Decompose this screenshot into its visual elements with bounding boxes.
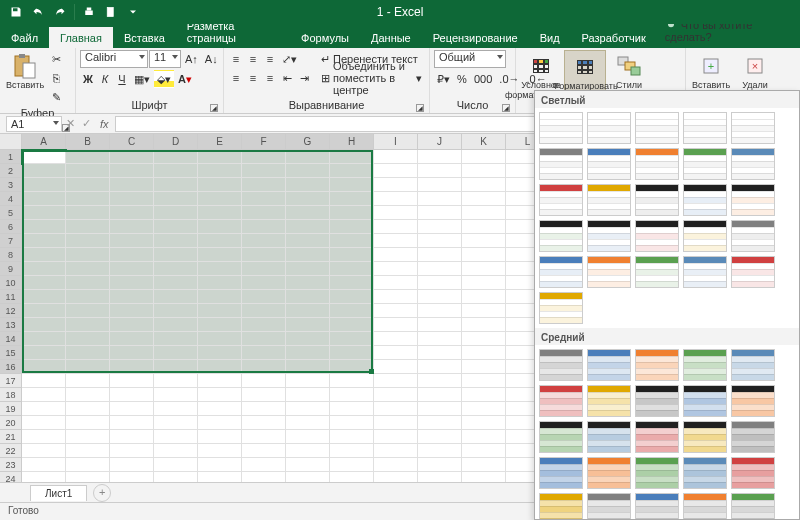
cell[interactable] bbox=[198, 192, 242, 206]
cell[interactable] bbox=[154, 164, 198, 178]
cell[interactable] bbox=[66, 206, 110, 220]
font-size-select[interactable]: 11 bbox=[149, 50, 181, 68]
cell[interactable] bbox=[286, 416, 330, 430]
cell[interactable] bbox=[154, 150, 198, 164]
cell[interactable] bbox=[374, 430, 418, 444]
cell[interactable] bbox=[110, 430, 154, 444]
cell[interactable] bbox=[198, 164, 242, 178]
cell[interactable] bbox=[154, 444, 198, 458]
table-style-option[interactable] bbox=[539, 292, 583, 324]
cell[interactable] bbox=[462, 206, 506, 220]
cell[interactable] bbox=[242, 290, 286, 304]
cell[interactable] bbox=[198, 276, 242, 290]
table-style-option[interactable] bbox=[635, 349, 679, 381]
cell[interactable] bbox=[374, 458, 418, 472]
qat-customize[interactable] bbox=[123, 2, 143, 22]
font-color-button[interactable]: A▾ bbox=[175, 70, 195, 88]
cell[interactable] bbox=[286, 318, 330, 332]
orientation-button[interactable]: ⤢▾ bbox=[279, 50, 300, 68]
col-header-K[interactable]: K bbox=[462, 134, 506, 150]
cell[interactable] bbox=[242, 178, 286, 192]
cell[interactable] bbox=[66, 290, 110, 304]
table-style-option[interactable] bbox=[539, 493, 583, 520]
cell[interactable] bbox=[242, 374, 286, 388]
align-bottom-button[interactable]: ≡ bbox=[262, 50, 278, 68]
table-style-option[interactable] bbox=[683, 220, 727, 252]
tab-data[interactable]: Данные bbox=[360, 27, 422, 48]
cell[interactable] bbox=[198, 304, 242, 318]
cell[interactable] bbox=[286, 150, 330, 164]
cell[interactable] bbox=[198, 220, 242, 234]
col-header-B[interactable]: B bbox=[66, 134, 110, 150]
cell[interactable] bbox=[198, 346, 242, 360]
cell[interactable] bbox=[22, 192, 66, 206]
cell[interactable] bbox=[462, 332, 506, 346]
row-header-1[interactable]: 1 bbox=[0, 150, 22, 164]
cell[interactable] bbox=[110, 220, 154, 234]
cell[interactable] bbox=[418, 248, 462, 262]
cell[interactable] bbox=[110, 458, 154, 472]
cell[interactable] bbox=[242, 332, 286, 346]
cell[interactable] bbox=[66, 164, 110, 178]
col-header-H[interactable]: H bbox=[330, 134, 374, 150]
qat-save[interactable] bbox=[6, 2, 26, 22]
cell[interactable] bbox=[242, 304, 286, 318]
cell[interactable] bbox=[462, 318, 506, 332]
cell[interactable] bbox=[374, 178, 418, 192]
cell[interactable] bbox=[462, 416, 506, 430]
cell[interactable] bbox=[330, 276, 374, 290]
cell[interactable] bbox=[22, 276, 66, 290]
cell[interactable] bbox=[462, 458, 506, 472]
cell[interactable] bbox=[330, 458, 374, 472]
cell[interactable] bbox=[418, 304, 462, 318]
table-style-option[interactable] bbox=[539, 148, 583, 180]
cell[interactable] bbox=[330, 150, 374, 164]
table-style-option[interactable] bbox=[539, 220, 583, 252]
clipboard-dialog-icon[interactable]: ◢ bbox=[62, 124, 70, 132]
tab-insert[interactable]: Вставка bbox=[113, 27, 176, 48]
cell[interactable] bbox=[418, 290, 462, 304]
cell[interactable] bbox=[330, 164, 374, 178]
cell[interactable] bbox=[198, 150, 242, 164]
cell[interactable] bbox=[110, 276, 154, 290]
cell[interactable] bbox=[110, 388, 154, 402]
table-style-option[interactable] bbox=[587, 148, 631, 180]
table-style-option[interactable] bbox=[635, 256, 679, 288]
cell[interactable] bbox=[110, 150, 154, 164]
cell[interactable] bbox=[22, 304, 66, 318]
table-style-option[interactable] bbox=[731, 421, 775, 453]
table-style-option[interactable] bbox=[587, 184, 631, 216]
cell[interactable] bbox=[330, 430, 374, 444]
table-style-option[interactable] bbox=[683, 184, 727, 216]
table-style-option[interactable] bbox=[539, 184, 583, 216]
cell[interactable] bbox=[286, 458, 330, 472]
cell[interactable] bbox=[66, 262, 110, 276]
cell[interactable] bbox=[462, 164, 506, 178]
cell[interactable] bbox=[374, 402, 418, 416]
col-header-C[interactable]: C bbox=[110, 134, 154, 150]
cell[interactable] bbox=[198, 416, 242, 430]
cell[interactable] bbox=[242, 444, 286, 458]
cell[interactable] bbox=[22, 164, 66, 178]
table-style-option[interactable] bbox=[635, 493, 679, 520]
cell[interactable] bbox=[374, 150, 418, 164]
table-style-option[interactable] bbox=[587, 220, 631, 252]
cell[interactable] bbox=[198, 444, 242, 458]
cell[interactable] bbox=[66, 318, 110, 332]
cell[interactable] bbox=[66, 346, 110, 360]
table-style-option[interactable] bbox=[731, 349, 775, 381]
cell[interactable] bbox=[154, 332, 198, 346]
cell[interactable] bbox=[462, 192, 506, 206]
col-header-A[interactable]: A bbox=[22, 134, 66, 150]
cell[interactable] bbox=[198, 332, 242, 346]
cell[interactable] bbox=[242, 416, 286, 430]
cell[interactable] bbox=[198, 318, 242, 332]
cell[interactable] bbox=[242, 192, 286, 206]
tab-view[interactable]: Вид bbox=[529, 27, 571, 48]
cell[interactable] bbox=[330, 290, 374, 304]
cell[interactable] bbox=[154, 360, 198, 374]
cell[interactable] bbox=[374, 332, 418, 346]
row-header-20[interactable]: 20 bbox=[0, 416, 22, 430]
cell[interactable] bbox=[66, 248, 110, 262]
table-style-option[interactable] bbox=[683, 385, 727, 417]
